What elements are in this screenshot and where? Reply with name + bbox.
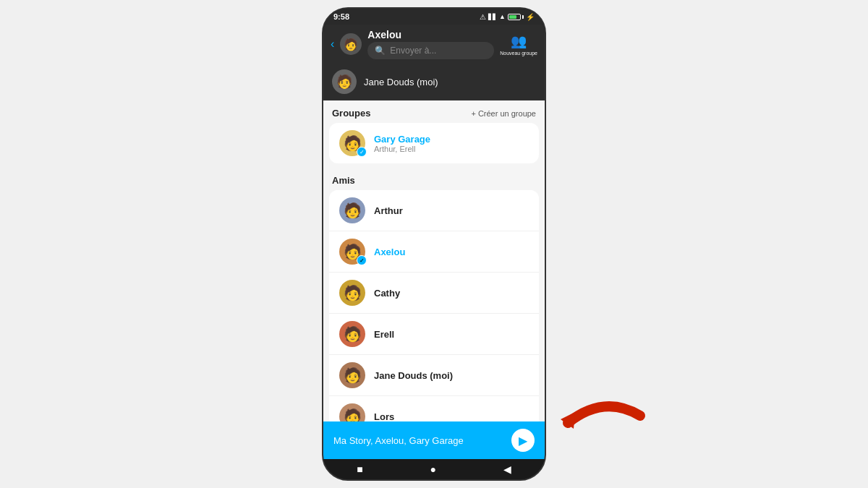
back-button[interactable]: ‹ xyxy=(331,38,334,51)
groups-section-header: Groupes + Créer un groupe xyxy=(323,100,545,123)
recent-row[interactable]: 🧑 Jane Douds (moi) xyxy=(323,64,545,100)
selected-badge: ✓ xyxy=(357,147,367,157)
nav-back-button[interactable]: ◀ xyxy=(503,463,511,475)
friend-name-cathy: Cathy xyxy=(374,288,529,299)
new-group-label: Nouveau groupe xyxy=(500,51,537,56)
friend-avatar-erell: 🧑 xyxy=(339,321,365,347)
new-group-icon: 👥 xyxy=(511,33,527,49)
alert-icon: ⚠ xyxy=(480,13,486,21)
friend-avatar-arthur: 🧑 xyxy=(339,197,365,223)
wifi-icon: ▲ xyxy=(499,13,506,20)
nav-home-button[interactable]: ● xyxy=(430,463,436,475)
friends-section-header: Amis xyxy=(323,168,545,190)
annotation-arrow xyxy=(553,387,647,445)
status-icons: ⚠ ▋▋ ▲ ⚡ xyxy=(480,13,535,21)
friend-avatar-cathy: 🧑 xyxy=(339,280,365,306)
groups-title: Groupes xyxy=(332,108,370,119)
friends-card: 🧑 Arthur 🧑 ✓ Axelou xyxy=(329,190,539,421)
header: ‹ 🧑 Axelou 🔍 Envoyer à... 👥 Nouveau grou… xyxy=(323,25,545,64)
friend-avatar-jane: 🧑 xyxy=(339,362,365,388)
friend-item-arthur[interactable]: 🧑 Arthur xyxy=(329,190,539,231)
bottom-bar: Ma Story, Axelou, Gary Garage ▶ xyxy=(323,421,545,459)
friend-name-axelou: Axelou xyxy=(374,247,529,257)
status-time: 9:58 xyxy=(333,12,349,21)
signal-icon: ▋▋ xyxy=(488,14,497,20)
recent-name: Jane Douds (moi) xyxy=(364,77,438,87)
friend-item-axelou[interactable]: 🧑 ✓ Axelou xyxy=(329,231,539,273)
status-bar: 9:58 ⚠ ▋▋ ▲ ⚡ xyxy=(323,9,545,25)
recent-avatar: 🧑 xyxy=(332,69,357,94)
new-group-button[interactable]: 👥 Nouveau groupe xyxy=(500,33,537,56)
friend-name-erell: Erell xyxy=(374,329,529,340)
create-group-link[interactable]: + Créer un groupe xyxy=(471,109,536,118)
search-bar[interactable]: 🔍 Envoyer à... xyxy=(367,42,494,59)
group-subtitle: Arthur, Erell xyxy=(374,145,529,153)
send-button[interactable]: ▶ xyxy=(511,429,535,452)
search-placeholder: Envoyer à... xyxy=(390,46,436,56)
groups-card: 🧑 ✓ Gary Garage Arthur, Erell xyxy=(329,123,539,163)
content-scroll[interactable]: Groupes + Créer un groupe 🧑 ✓ Gary Garag… xyxy=(323,100,545,421)
friend-item-jane[interactable]: 🧑 Jane Douds (moi) xyxy=(329,355,539,396)
nav-stop-button[interactable]: ■ xyxy=(357,463,362,475)
header-username: Axelou xyxy=(367,29,494,40)
friend-avatar-lors: 🧑 xyxy=(339,403,365,421)
bottom-bar-text: Ma Story, Axelou, Gary Garage xyxy=(333,435,464,446)
friends-title: Amis xyxy=(332,175,355,186)
charge-icon: ⚡ xyxy=(526,13,535,21)
group-name: Gary Garage xyxy=(374,134,529,145)
friend-name-lors: Lors xyxy=(374,411,529,422)
group-avatar: 🧑 ✓ xyxy=(339,130,365,156)
android-nav-bar: ■ ● ◀ xyxy=(323,459,545,479)
search-icon: 🔍 xyxy=(375,46,386,56)
friend-item-lors[interactable]: 🧑 Lors xyxy=(329,396,539,421)
friend-item-cathy[interactable]: 🧑 Cathy xyxy=(329,273,539,314)
friend-item-erell[interactable]: 🧑 Erell xyxy=(329,314,539,355)
send-icon: ▶ xyxy=(519,434,527,448)
friend-name-jane: Jane Douds (moi) xyxy=(374,370,529,381)
axelou-selected-badge: ✓ xyxy=(357,255,367,265)
group-item-gary-garage[interactable]: 🧑 ✓ Gary Garage Arthur, Erell xyxy=(329,123,539,163)
battery-icon xyxy=(508,14,524,20)
friend-name-arthur: Arthur xyxy=(374,205,529,216)
header-avatar: 🧑 xyxy=(340,33,362,55)
group-info: Gary Garage Arthur, Erell xyxy=(374,134,529,153)
friend-avatar-axelou: 🧑 ✓ xyxy=(339,239,365,265)
